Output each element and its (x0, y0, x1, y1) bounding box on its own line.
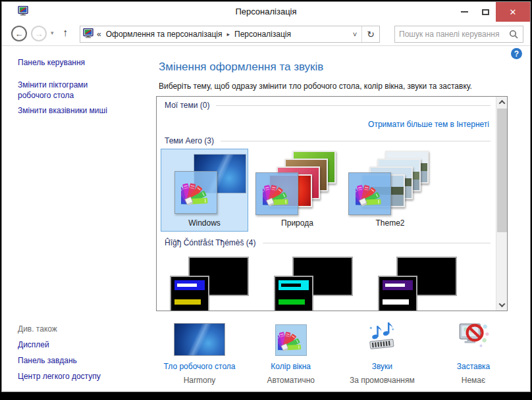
theme-color-fan-icon (174, 171, 217, 214)
scrollbar-thumb[interactable] (497, 109, 507, 232)
theme-settings-bar: Тло робочого стола Harmony Колір вікна А… (157, 320, 516, 385)
theme-tile-high-contrast-2[interactable] (265, 255, 361, 311)
screensaver-value: Немає (462, 376, 485, 385)
minimize-button[interactable] (454, 2, 475, 22)
maximize-icon (482, 9, 489, 15)
desktop-background-thumbnail[interactable] (174, 323, 225, 356)
group-rule (221, 141, 491, 141)
sidebar-item-ease-of-access[interactable]: Центр легкого доступу (18, 372, 101, 381)
theme-tile-nature[interactable]: Природа (253, 149, 341, 232)
screensaver-icon[interactable] (457, 319, 490, 356)
setting-screensaver: Заставка Немає (431, 320, 516, 385)
breadcrumb-separator-icon: ▸ (226, 31, 230, 38)
theme-tile-high-contrast-3[interactable] (369, 255, 465, 311)
scroll-down-button[interactable] (496, 299, 508, 311)
chevron-down-icon (499, 301, 506, 307)
search-input[interactable] (395, 30, 509, 39)
hc-preview-front (170, 276, 209, 311)
theme-name: Theme2 (347, 218, 433, 228)
personalization-window: Персоналізація ✕ ← → ▾ ↑ « Оформлення та… (1, 1, 531, 392)
navigation-toolbar: ← → ▾ ↑ « Оформлення та персоналізація ▸… (2, 22, 530, 46)
sidebar-item-change-desktop-icons[interactable]: Змінити піктограми робочого стола (18, 80, 117, 101)
hc-preview-front (274, 276, 313, 311)
search-box[interactable] (394, 26, 523, 43)
sidebar-see-also-header: Див. також (18, 324, 57, 334)
window-color-link[interactable]: Колір вікна (271, 362, 311, 371)
window-title: Персоналізація (2, 7, 530, 16)
sidebar-item-change-mouse-pointers[interactable]: Змінити вказівники миші (18, 106, 107, 115)
sidebar-item-display[interactable]: Дисплей (18, 340, 49, 349)
refresh-icon[interactable]: ↻ (362, 29, 379, 39)
setting-window-color: Колір вікна Автоматично (248, 320, 334, 385)
setting-sounds: Звуки За промовчанням (339, 320, 425, 385)
title-bar: Персоналізація ✕ (2, 2, 530, 22)
back-button[interactable]: ← (11, 26, 27, 41)
window-color-value: Автоматично (267, 376, 315, 385)
forward-button: → (31, 26, 47, 41)
breadcrumb-overflow-chevron[interactable]: « (97, 30, 101, 39)
search-icon (509, 30, 518, 39)
control-panel-icon (83, 28, 93, 41)
help-button[interactable]: ? (511, 48, 522, 59)
sounds-icon[interactable] (365, 319, 398, 356)
group-rule (263, 243, 491, 243)
desktop-background-value: Harmony (184, 376, 216, 385)
scroll-up-button[interactable] (496, 97, 508, 108)
recent-pages-dropdown[interactable]: ▾ (51, 30, 54, 36)
setting-desktop-background: Тло робочого стола Harmony (157, 320, 242, 385)
sidebar-item-control-panel-home[interactable]: Панель керування (18, 58, 85, 67)
scrollbar[interactable] (496, 97, 507, 311)
address-dropdown-icon[interactable]: ˅ (348, 30, 361, 38)
page-description: Виберіть тему, щоб одразу змінити тло ро… (159, 82, 472, 91)
theme-tile-theme2[interactable]: Theme2 (346, 149, 434, 232)
maximize-button[interactable] (475, 2, 496, 22)
group-rule (216, 105, 491, 106)
get-more-themes-link[interactable]: Отримати більше тем в Інтернеті (368, 120, 489, 129)
theme-name: Природа (254, 218, 340, 228)
theme-list: Мої теми (0) Отримати більше тем в Інтер… (156, 96, 508, 311)
theme-name: Windows (161, 218, 248, 228)
theme-color-fan-icon (348, 172, 391, 215)
group-header-aero-themes: Теми Aero (3) (165, 136, 491, 145)
sidebar-item-taskbar[interactable]: Панель завдань (18, 356, 77, 365)
up-button[interactable]: ↑ (63, 27, 68, 39)
breadcrumb-item-personalization[interactable]: Персоналізація (233, 30, 292, 39)
window-color-icon[interactable] (275, 324, 307, 356)
page-title: Змінення оформлення та звуків (159, 61, 323, 74)
close-button[interactable]: ✕ (496, 2, 530, 22)
theme-tile-high-contrast-1[interactable] (161, 255, 257, 311)
address-bar[interactable]: « Оформлення та персоналізація ▸ Персона… (80, 26, 380, 43)
hc-preview-front (378, 276, 417, 311)
desktop-background-link[interactable]: Тло робочого стола (163, 362, 235, 371)
sounds-value: За промовчанням (350, 376, 415, 385)
forward-icon: → (35, 29, 43, 39)
screensaver-link[interactable]: Заставка (457, 362, 491, 371)
help-icon: ? (514, 49, 519, 59)
chevron-up-icon (499, 100, 506, 107)
sounds-link[interactable]: Звуки (372, 362, 392, 371)
theme-tile-windows[interactable]: Windows (161, 149, 248, 232)
back-icon: ← (15, 29, 24, 39)
theme-color-fan-icon (255, 172, 298, 215)
close-icon: ✕ (510, 7, 517, 17)
minimize-icon (461, 11, 468, 12)
breadcrumb-item-appearance[interactable]: Оформлення та персоналізація (105, 30, 224, 39)
group-header-my-themes: Мої теми (0) (165, 101, 491, 110)
group-header-high-contrast: Ĥîĝђ Čóntřåśt Tђémèš (4) (165, 238, 491, 247)
